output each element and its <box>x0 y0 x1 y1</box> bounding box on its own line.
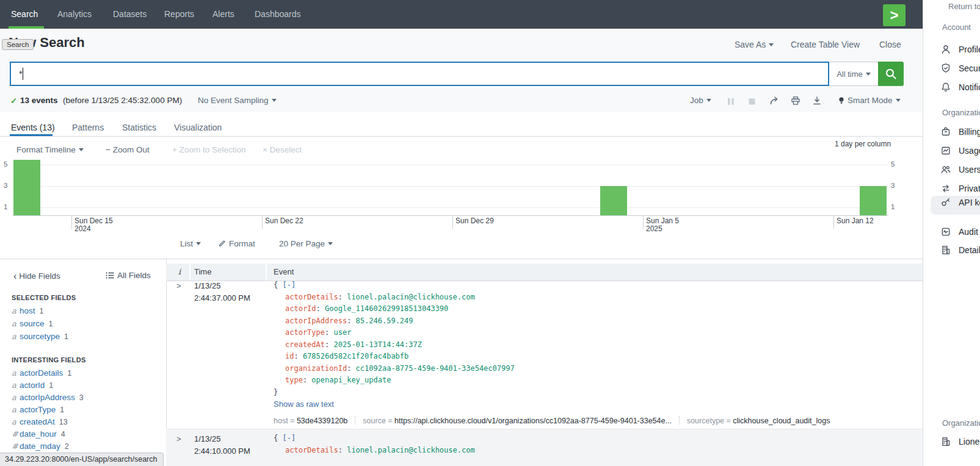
menu-item-audit[interactable]: Audit <box>959 227 978 237</box>
timeline-bar[interactable] <box>600 186 627 215</box>
job-menu[interactable]: Job <box>690 96 711 105</box>
search-button[interactable] <box>878 62 904 86</box>
gridline-1 <box>12 207 888 208</box>
chevron-down-icon <box>196 242 201 245</box>
format-button[interactable]: Format <box>219 239 255 248</box>
menu-item-security[interactable]: Security <box>959 63 980 73</box>
event-expander[interactable]: > <box>176 434 181 443</box>
search-mode-label: Smart Mode <box>848 96 893 105</box>
json-value[interactable]: 85.246.59.249 <box>356 317 413 325</box>
field-row-host[interactable]: ahost1 <box>12 306 68 319</box>
json-value[interactable]: openapi_key_update <box>311 376 391 384</box>
json-key[interactable]: actorIpAddress <box>285 317 356 325</box>
menu-item-details[interactable]: Details <box>959 245 980 255</box>
json-value[interactable]: lionel.palacin@clickhouse.com <box>347 293 475 301</box>
search-input[interactable]: * <box>10 62 829 86</box>
timeline-bar[interactable] <box>13 160 40 215</box>
json-value[interactable]: lionel.palacin@clickhouse.com <box>347 446 475 454</box>
zoom-out-button[interactable]: − Zoom Out <box>106 145 150 154</box>
meta-host[interactable]: host53de4339120b <box>274 417 347 425</box>
nav-item-search[interactable]: Search <box>11 9 38 19</box>
top-nav: Search Analytics Datasets Reports Alerts… <box>0 0 923 29</box>
column-divider <box>266 263 267 281</box>
field-row-sourcetype[interactable]: asourcetype1 <box>12 332 68 345</box>
json-key[interactable]: id <box>285 352 303 360</box>
results-top-border <box>0 259 923 259</box>
print-icon[interactable] <box>791 96 800 105</box>
menu-item-notifications[interactable]: Notifications <box>959 82 980 92</box>
nav-item-datasets[interactable]: Datasets <box>113 9 147 19</box>
json-key[interactable]: actorDetails <box>285 446 347 454</box>
field-row-actorIpAddress[interactable]: aactorIpAddress3 <box>12 393 84 405</box>
json-key[interactable]: actorType <box>285 328 333 337</box>
tab-events[interactable]: Events (13) <box>11 123 55 132</box>
menu-item-users[interactable]: Users <box>959 165 980 174</box>
gridline-5 <box>12 165 888 165</box>
splunk-logo-icon[interactable]: > <box>883 4 906 26</box>
search-mode-dropdown[interactable]: Smart Mode <box>848 96 901 105</box>
create-table-view-button[interactable]: Create Table View <box>791 40 860 49</box>
json-value[interactable]: cc1092aa-8775-459e-9401-33e54ec07997 <box>356 364 515 373</box>
meta-sourcetype[interactable]: sourcetypeclickhouse_cloud_audit_logs <box>687 417 830 425</box>
hide-fields-button[interactable]: ‹Hide Fields <box>13 271 60 282</box>
field-row-source[interactable]: asource1 <box>12 319 68 332</box>
format-timeline-dropdown[interactable]: Format Timeline <box>16 145 84 154</box>
json-key[interactable]: organizationId <box>285 364 356 373</box>
tab-statistics[interactable]: Statistics <box>122 123 156 132</box>
share-icon[interactable] <box>770 96 779 105</box>
tab-patterns[interactable]: Patterns <box>72 123 104 132</box>
per-page-dropdown[interactable]: 20 Per Page <box>279 239 333 248</box>
pencil-icon <box>219 240 226 247</box>
menu-item-profile[interactable]: Profile <box>959 45 980 54</box>
key-icon <box>940 196 951 207</box>
json-key[interactable]: createdAt <box>285 340 333 349</box>
tab-visualization[interactable]: Visualization <box>174 123 222 132</box>
x-tick-label: Sun Jan 52025 <box>646 217 679 233</box>
json-key[interactable]: type <box>285 376 311 384</box>
tabs-border <box>0 136 923 137</box>
chevron-down-icon <box>272 99 277 102</box>
event-expander[interactable]: > <box>176 281 181 290</box>
return-to-link[interactable]: Return to <box>948 2 980 11</box>
event-sampling-dropdown[interactable]: No Event Sampling <box>198 96 277 105</box>
field-row-createdAt[interactable]: acreatedAt13 <box>12 417 84 429</box>
download-icon[interactable] <box>813 96 821 105</box>
nav-item-dashboards[interactable]: Dashboards <box>255 9 301 19</box>
selected-fields-header: SELECTED FIELDS <box>12 294 76 301</box>
field-row-actorDetails[interactable]: aactorDetails1 <box>12 368 84 381</box>
timeline-bar[interactable] <box>860 186 887 215</box>
list-view-dropdown[interactable]: List <box>180 239 201 248</box>
json-key[interactable]: actorDetails <box>285 293 347 301</box>
show-raw-text-link[interactable]: Show as raw text <box>274 400 334 409</box>
json-value[interactable]: 2025-01-13T14:44:37Z <box>333 340 422 349</box>
close-button[interactable]: Close <box>879 40 901 49</box>
column-header-time: Time <box>194 267 211 276</box>
meta-source[interactable]: sourcehttps://api.clickhouse.cloud/v1/or… <box>363 417 672 425</box>
nav-item-reports[interactable]: Reports <box>164 9 194 19</box>
field-row-date_hour[interactable]: #date_hour4 <box>12 429 84 442</box>
menu-item-billing[interactable]: Billing <box>959 127 980 137</box>
save-as-button[interactable]: Save As <box>735 40 774 49</box>
usage-chart-icon <box>940 145 951 156</box>
time-range-picker[interactable]: All time <box>829 62 879 86</box>
menu-item-organization-lionel[interactable]: Lionel <box>959 437 980 446</box>
menu-item-usage[interactable]: Usage <box>959 146 980 156</box>
json-value[interactable]: 678526d582c1f20fac4babfb <box>303 352 408 360</box>
menu-item-api-keys[interactable]: API keys <box>959 198 980 207</box>
json-value[interactable]: user <box>333 328 351 337</box>
nav-item-analytics[interactable]: Analytics <box>57 9 92 19</box>
field-row-actorId[interactable]: aactorId1 <box>12 381 84 393</box>
collapse-json-link[interactable]: [-] <box>282 434 296 442</box>
field-row-date_mday[interactable]: #date_mday2 <box>12 442 84 454</box>
all-fields-button[interactable]: All Fields <box>106 271 151 280</box>
column-divider <box>189 263 191 281</box>
menu-item-private-endpoints[interactable]: Private endpoints <box>959 184 980 193</box>
json-key[interactable]: actorId <box>285 304 325 313</box>
collapse-json-link[interactable]: [-] <box>282 281 296 289</box>
json-value[interactable]: Google_114602629918513043390 <box>325 304 448 313</box>
organization-section-header: Organization <box>942 108 980 117</box>
field-row-actorType[interactable]: aactorType1 <box>12 405 84 417</box>
nav-item-alerts[interactable]: Alerts <box>212 9 234 19</box>
x-tick-label: Sun Dec 152024 <box>74 217 113 233</box>
y-tick-left-1: 1 <box>4 203 7 210</box>
